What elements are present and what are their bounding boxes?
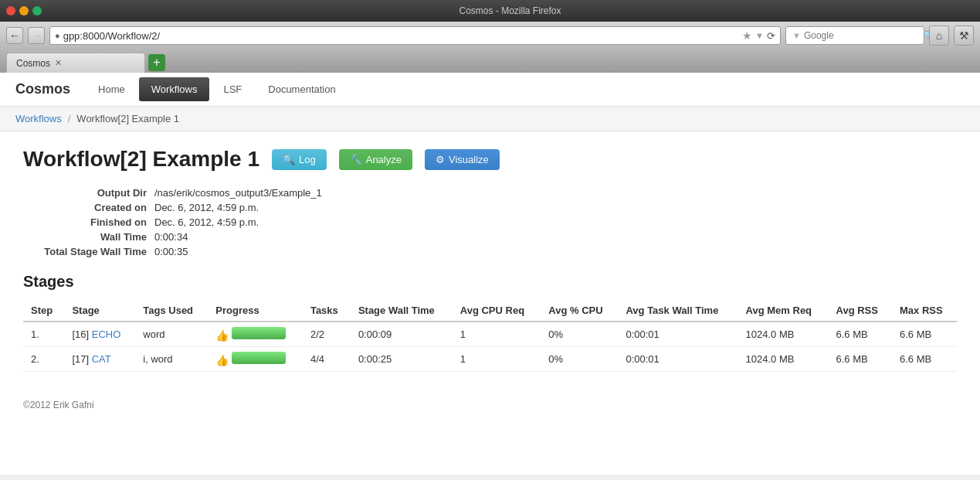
visualize-button[interactable]: ⚙ Visualize bbox=[425, 149, 500, 170]
col-header-avg-rss: Avg RSS bbox=[829, 300, 893, 322]
total-stage-wall-time-label: Total Stage Wall Time bbox=[23, 246, 154, 257]
cell-avg-cpu-req: 1 bbox=[453, 322, 541, 347]
app-brand: Cosmos bbox=[15, 81, 70, 97]
output-dir-value: /nas/erik/cosmos_output3/Example_1 bbox=[154, 187, 322, 199]
nav-home[interactable]: Home bbox=[86, 77, 137, 101]
cell-stage-wall-time: 0:00:25 bbox=[351, 347, 453, 372]
home-button[interactable]: ⌂ bbox=[929, 26, 949, 46]
cell-max-rss: 6.6 MB bbox=[892, 347, 957, 372]
cell-step: 2. bbox=[23, 347, 64, 372]
progress-bar bbox=[232, 327, 286, 339]
browser-title: Cosmos - Mozilla Firefox bbox=[46, 5, 974, 16]
gear-icon: ⚙ bbox=[436, 154, 445, 165]
nav-links: Home Workflows LSF Documentation bbox=[86, 77, 348, 101]
breadcrumb-workflows-link[interactable]: Workflows bbox=[15, 113, 62, 124]
page-wrapper: Cosmos Home Workflows LSF Documentation … bbox=[0, 73, 980, 475]
stage-name-link[interactable]: CAT bbox=[92, 353, 111, 365]
created-on-row: Created on Dec. 6, 2012, 4:59 p.m. bbox=[23, 202, 957, 213]
log-button[interactable]: 🔍 Log bbox=[272, 149, 327, 170]
maximize-button[interactable] bbox=[32, 6, 42, 15]
close-button[interactable] bbox=[6, 6, 15, 15]
cell-stage: [16] ECHO bbox=[64, 322, 135, 347]
thumbs-up-icon[interactable]: 👍 bbox=[215, 329, 229, 342]
workflow-metadata: Output Dir /nas/erik/cosmos_output3/Exam… bbox=[23, 187, 957, 257]
cell-avg-cpu-req: 1 bbox=[453, 347, 541, 372]
footer-text: ©2012 Erik Gafni bbox=[23, 400, 94, 410]
table-row: 1. [16] ECHO word 👍 2/2 0:00:09 1 0% 0:0… bbox=[23, 322, 957, 347]
cell-tasks: 2/2 bbox=[303, 322, 351, 347]
tab-label: Cosmos bbox=[16, 58, 50, 69]
cell-avg-mem-req: 1024.0 MB bbox=[738, 322, 829, 347]
col-header-progress: Progress bbox=[208, 300, 303, 322]
dropdown-arrow-icon[interactable]: ▼ bbox=[755, 31, 764, 40]
created-on-label: Created on bbox=[23, 202, 154, 213]
table-row: 2. [17] CAT i, word 👍 4/4 0:00:25 1 0% 0… bbox=[23, 347, 957, 372]
thumbs-up-icon[interactable]: 👍 bbox=[215, 354, 229, 366]
col-header-avg-pct-cpu: Avg % CPU bbox=[541, 300, 618, 322]
tools-button[interactable]: ⚒ bbox=[954, 26, 974, 46]
cell-stage-wall-time: 0:00:09 bbox=[351, 322, 453, 347]
breadcrumb-bar: Workflows / Workflow[2] Example 1 bbox=[0, 107, 980, 131]
finished-on-label: Finished on bbox=[23, 216, 154, 228]
browser-tab[interactable]: Cosmos ✕ bbox=[6, 53, 145, 73]
finished-on-value: Dec. 6, 2012, 4:59 p.m. bbox=[154, 216, 259, 228]
cell-avg-mem-req: 1024.0 MB bbox=[738, 347, 829, 372]
col-header-step: Step bbox=[23, 300, 64, 322]
app-navbar: Cosmos Home Workflows LSF Documentation bbox=[0, 73, 980, 107]
col-header-avg-task-wall-time: Avg Task Wall Time bbox=[618, 300, 738, 322]
tab-close-icon[interactable]: ✕ bbox=[55, 58, 62, 68]
new-tab-button[interactable]: + bbox=[148, 54, 165, 71]
col-header-avg-mem-req: Avg Mem Req bbox=[738, 300, 829, 322]
forward-button[interactable]: → bbox=[28, 27, 45, 44]
search-icon: 🔍 bbox=[283, 154, 295, 165]
cell-progress: 👍 bbox=[208, 347, 303, 372]
cell-step: 1. bbox=[23, 322, 64, 347]
wall-time-label: Wall Time bbox=[23, 231, 154, 243]
col-header-stage-wall-time: Stage Wall Time bbox=[351, 300, 453, 322]
cell-avg-task-wall-time: 0:00:01 bbox=[618, 322, 738, 347]
total-stage-wall-time-row: Total Stage Wall Time 0:00:35 bbox=[23, 246, 957, 257]
cell-progress: 👍 bbox=[208, 322, 303, 347]
wall-time-row: Wall Time 0:00:34 bbox=[23, 231, 957, 243]
page-title: Workflow[2] Example 1 bbox=[23, 147, 259, 172]
cell-tags-used: word bbox=[135, 322, 208, 347]
cell-avg-rss: 6.6 MB bbox=[829, 322, 893, 347]
cell-tags-used: i, word bbox=[135, 347, 208, 372]
nav-workflows[interactable]: Workflows bbox=[139, 77, 210, 101]
stages-title: Stages bbox=[23, 273, 957, 291]
nav-lsf[interactable]: LSF bbox=[211, 77, 254, 101]
output-dir-label: Output Dir bbox=[23, 187, 154, 199]
bookmark-star-icon[interactable]: ★ bbox=[742, 29, 752, 42]
location-icon: ● bbox=[55, 31, 60, 40]
cell-avg-task-wall-time: 0:00:01 bbox=[618, 347, 738, 372]
reload-button[interactable]: ⟳ bbox=[767, 30, 775, 42]
search-input[interactable] bbox=[804, 30, 920, 41]
col-header-max-rss: Max RSS bbox=[892, 300, 957, 322]
wrench-icon: 🔧 bbox=[350, 154, 362, 165]
analyze-button[interactable]: 🔧 Analyze bbox=[339, 149, 412, 170]
minimize-button[interactable] bbox=[19, 6, 29, 15]
cell-avg-pct-cpu: 0% bbox=[541, 322, 618, 347]
cell-max-rss: 6.6 MB bbox=[892, 322, 957, 347]
col-header-stage: Stage bbox=[64, 300, 135, 322]
back-button[interactable]: ← bbox=[6, 27, 23, 44]
created-on-value: Dec. 6, 2012, 4:59 p.m. bbox=[154, 202, 259, 213]
address-bar-container: ● ★ ▼ ⟳ bbox=[49, 26, 781, 45]
footer: ©2012 Erik Gafni bbox=[0, 387, 980, 423]
nav-documentation[interactable]: Documentation bbox=[256, 77, 348, 101]
stage-name-link[interactable]: ECHO bbox=[92, 329, 121, 340]
main-content: Workflow[2] Example 1 🔍 Log 🔧 Analyze ⚙ … bbox=[0, 131, 980, 387]
cell-stage: [17] CAT bbox=[64, 347, 135, 372]
output-dir-row: Output Dir /nas/erik/cosmos_output3/Exam… bbox=[23, 187, 957, 199]
browser-titlebar: Cosmos - Mozilla Firefox bbox=[0, 0, 980, 22]
table-header-row: Step Stage Tags Used Progress Tasks Stag… bbox=[23, 300, 957, 322]
window-controls bbox=[6, 6, 42, 15]
address-input[interactable] bbox=[63, 30, 739, 42]
col-header-tags-used: Tags Used bbox=[135, 300, 208, 322]
col-header-avg-cpu-req: Avg CPU Req bbox=[453, 300, 541, 322]
page-header: Workflow[2] Example 1 🔍 Log 🔧 Analyze ⚙ … bbox=[23, 147, 957, 172]
tab-bar: Cosmos ✕ + bbox=[0, 49, 980, 73]
browser-toolbar: ← → ● ★ ▼ ⟳ ▼ 🔍 ⌂ ⚒ bbox=[0, 22, 980, 49]
cell-avg-pct-cpu: 0% bbox=[541, 347, 618, 372]
search-dropdown-icon[interactable]: ▼ bbox=[792, 31, 801, 40]
